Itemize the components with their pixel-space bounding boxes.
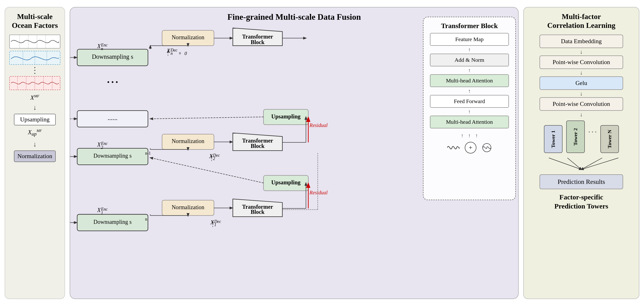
svg-text:Block: Block xyxy=(251,39,265,45)
data-embedding-block: Data Embedding xyxy=(540,34,623,48)
converging-arrows xyxy=(537,157,626,171)
svg-rect-84 xyxy=(264,176,308,191)
svg-text:Downsampling s: Downsampling s xyxy=(94,219,132,225)
left-panel: Multi-scaleOcean Factors ⋮ xyxy=(5,7,65,299)
svg-text:0: 0 xyxy=(184,51,187,56)
svg-text:Normalization: Normalization xyxy=(172,34,204,40)
svg-line-97 xyxy=(581,158,602,170)
mha-block-bottom: Multi-head Attention xyxy=(430,116,509,128)
svg-text:Normalization: Normalization xyxy=(172,138,204,144)
tower-n: Tower N xyxy=(600,125,619,153)
svg-rect-20 xyxy=(162,30,214,46)
right-arrow-1: ↓ xyxy=(580,49,583,54)
svg-text:Block: Block xyxy=(251,209,265,215)
svg-text:Enc: Enc xyxy=(101,207,108,212)
svg-rect-12 xyxy=(77,49,148,66)
svg-text:• • •: • • • xyxy=(107,78,118,86)
upsampling-box-left: Upsampling xyxy=(14,114,56,125)
svg-text:1: 1 xyxy=(101,210,103,215)
wave-box-1 xyxy=(9,34,60,48)
svg-marker-53 xyxy=(233,133,282,151)
svg-text:1: 1 xyxy=(214,222,216,227)
svg-text:Normalization: Normalization xyxy=(172,204,204,210)
tower-1: Tower 1 xyxy=(544,125,562,153)
middle-panel: Fine-grained Multi-scale Data Fusion Dow… xyxy=(70,7,519,299)
svg-text:Transformer: Transformer xyxy=(242,204,273,210)
prediction-results-box: Prediction Results xyxy=(540,174,623,189)
towers-section: Tower 1 Tower 2 · · · Tower N xyxy=(544,120,619,153)
right-arrow-3: ↓ xyxy=(580,91,583,96)
detail-arrow-4: ↑ xyxy=(468,109,471,115)
svg-text:2: 2 xyxy=(213,156,215,161)
svg-text:n: n xyxy=(145,217,147,222)
right-panel-title: Multi-factorCorrelation Learning xyxy=(547,12,616,30)
svg-text:Transformer: Transformer xyxy=(242,138,273,144)
mha-block-top: Multi-head Attention xyxy=(430,74,509,87)
svg-text:Enc: Enc xyxy=(101,43,108,47)
svg-text:X: X xyxy=(210,219,214,226)
svg-text:X: X xyxy=(97,142,101,148)
svg-text:Downsampling s: Downsampling s xyxy=(94,152,132,159)
svg-rect-71 xyxy=(162,200,214,216)
svg-text:X: X xyxy=(166,48,170,54)
right-bottom-title: Factor-specificPrediction Towers xyxy=(554,192,608,210)
wave-box-3 xyxy=(9,76,60,90)
left-dots: ⋮ xyxy=(31,67,39,74)
right-panel: Multi-factorCorrelation Learning Data Em… xyxy=(523,7,639,299)
svg-text:Upsampling: Upsampling xyxy=(271,179,300,186)
svg-text:......: ...... xyxy=(108,114,118,122)
svg-text:Dec: Dec xyxy=(170,48,177,52)
svg-rect-57 xyxy=(264,109,308,125)
svg-rect-64 xyxy=(77,214,148,231)
svg-text:Upsampling: Upsampling xyxy=(271,113,300,120)
svg-line-98 xyxy=(581,158,618,170)
add-norm-block: Add & Norm xyxy=(430,54,509,66)
detail-arrow-1: ↑ xyxy=(468,47,471,53)
svg-text:Block: Block xyxy=(251,143,265,149)
svg-rect-37 xyxy=(77,148,148,165)
svg-line-95 xyxy=(549,158,581,170)
arrow-down-1: ↓ xyxy=(33,104,37,112)
svg-text:Dec: Dec xyxy=(214,219,221,224)
svg-text:Residual: Residual xyxy=(309,190,328,196)
svg-text:X: X xyxy=(97,43,101,49)
svg-text:Transformer: Transformer xyxy=(242,34,273,40)
detail-arrow-6: ↑ xyxy=(468,132,471,138)
svg-line-88 xyxy=(150,158,264,183)
transformer-detail-title: Transformer Block xyxy=(441,22,498,30)
svg-rect-34 xyxy=(77,110,148,127)
pointwise-conv-2-block: Point-wise Convolution xyxy=(540,97,623,111)
main-container: Multi-scaleOcean Factors ⋮ xyxy=(0,0,644,306)
wave-box-2 xyxy=(9,51,60,65)
pointwise-conv-1-block: Point-wise Convolution xyxy=(540,56,623,69)
svg-rect-44 xyxy=(162,134,214,150)
arrow-down-2: ↓ xyxy=(33,140,37,148)
svg-text:X: X xyxy=(209,153,213,159)
transformer-block-detail: Transformer Block Feature Map ↑ Add & No… xyxy=(423,17,516,200)
svg-marker-29 xyxy=(233,28,282,46)
xmf-label: XMF xyxy=(30,94,39,102)
feature-map-block: Feature Map xyxy=(430,33,509,46)
svg-text:n: n xyxy=(171,51,173,56)
svg-text:n: n xyxy=(101,46,103,51)
svg-text:Downsampling s: Downsampling s xyxy=(92,53,133,60)
svg-text:Residual: Residual xyxy=(309,122,328,128)
svg-text:n-1: n-1 xyxy=(145,151,151,156)
right-arrow-4: ↓ xyxy=(580,112,583,117)
svg-text:Enc: Enc xyxy=(101,141,108,146)
detail-arrow-5: ↑ xyxy=(461,132,464,138)
xup-label: XupMF xyxy=(28,128,42,137)
feed-forward-block: Feed Forward xyxy=(430,95,509,108)
left-panel-title: Multi-scaleOcean Factors xyxy=(12,12,58,30)
plus-circle-icon: + xyxy=(465,142,476,154)
svg-text:2: 2 xyxy=(101,145,103,150)
svg-text:⁰: ⁰ xyxy=(179,52,181,57)
svg-text:X: X xyxy=(97,207,101,213)
tower-dots: · · · xyxy=(588,128,597,145)
normalization-box-left: Normalization xyxy=(14,150,56,162)
tower-2: Tower 2 xyxy=(566,120,585,153)
svg-marker-80 xyxy=(233,199,282,216)
right-arrow-2: ↓ xyxy=(580,70,583,76)
svg-line-96 xyxy=(568,158,581,170)
svg-text:Dec: Dec xyxy=(213,153,220,158)
